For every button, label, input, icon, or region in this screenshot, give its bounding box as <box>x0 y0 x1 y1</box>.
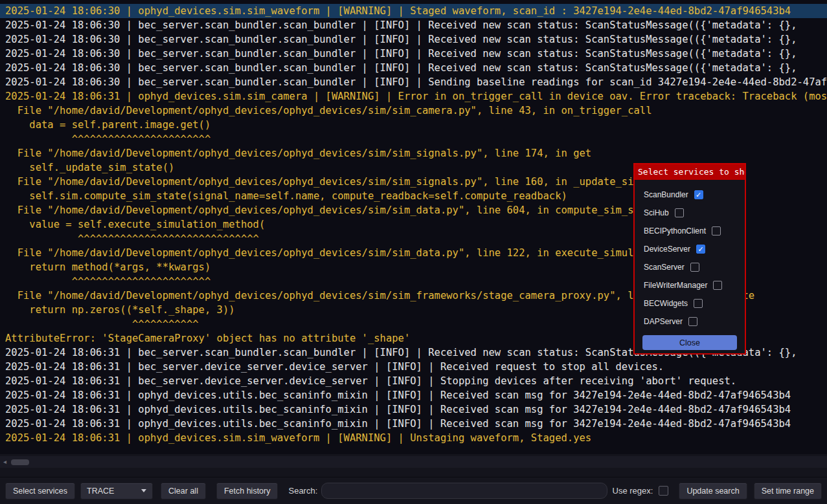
log-line[interactable]: data = self.parent.image.get() <box>0 118 827 132</box>
log-line[interactable]: File "/home/david/Development/ophyd_devi… <box>0 146 827 160</box>
log-line[interactable]: 2025-01-24 18:06:30 | bec_server.scan_bu… <box>0 75 827 89</box>
select-services-dialog: Select services to show ScanBundler✓SciH… <box>633 163 746 355</box>
service-label: ScanServer <box>644 263 685 272</box>
service-checkbox[interactable] <box>712 226 721 236</box>
service-row: FileWriterManager <box>644 276 745 294</box>
chevron-down-icon <box>141 489 146 492</box>
search-input[interactable] <box>321 483 607 499</box>
service-label: DeviceServer <box>644 245 690 254</box>
set-time-range-button[interactable]: Set time range <box>754 483 822 499</box>
service-label: BECWidgets <box>644 299 688 308</box>
service-row: BECIPythonClient <box>644 222 745 240</box>
use-regex-checkbox[interactable] <box>659 486 668 496</box>
log-line[interactable]: 2025-01-24 18:06:31 | ophyd_devices.util… <box>0 402 827 417</box>
log-line[interactable]: 2025-01-24 18:06:30 | ophyd_devices.sim.… <box>0 4 827 18</box>
service-row: DAPServer <box>644 312 745 331</box>
service-row: ScanServer <box>644 258 745 276</box>
log-line[interactable]: 2025-01-24 18:06:31 | ophyd_devices.sim.… <box>0 431 827 445</box>
update-search-button[interactable]: Update search <box>679 483 747 499</box>
bottom-toolbar: Select services TRACE Clear all Fetch hi… <box>0 477 827 504</box>
log-line[interactable]: 2025-01-24 18:06:31 | ophyd_devices.util… <box>0 388 827 402</box>
log-line[interactable]: 2025-01-24 18:06:31 | bec_server.device_… <box>0 360 827 374</box>
service-label: ScanBundler <box>644 190 688 199</box>
use-regex-label: Use regex: <box>613 486 653 496</box>
service-checkbox[interactable] <box>690 263 699 272</box>
scroll-left-arrow-icon[interactable]: ◂ <box>3 456 6 468</box>
dialog-title: Select services to show <box>635 164 745 180</box>
service-checkbox[interactable] <box>675 208 684 217</box>
log-line[interactable]: 2025-01-24 18:06:31 | bec_server.device_… <box>0 374 827 388</box>
horizontal-scrollbar[interactable]: ◂ <box>0 456 827 468</box>
service-label: DAPServer <box>644 317 683 326</box>
log-line[interactable]: 2025-01-24 18:06:30 | bec_server.scan_bu… <box>0 18 827 32</box>
log-line[interactable]: 2025-01-24 18:06:31 | ophyd_devices.util… <box>0 417 827 431</box>
service-checkbox[interactable] <box>688 317 697 326</box>
search-label: Search: <box>288 486 317 496</box>
scrollbar-thumb[interactable] <box>11 459 29 465</box>
service-label: FileWriterManager <box>644 281 707 290</box>
service-row: SciHub <box>644 204 745 222</box>
service-row: BECWidgets <box>644 294 745 312</box>
service-list: ScanBundler✓SciHubBECIPythonClientDevice… <box>635 180 745 331</box>
service-checkbox[interactable] <box>694 299 703 308</box>
select-services-button[interactable]: Select services <box>5 483 75 499</box>
service-label: BECIPythonClient <box>644 226 706 236</box>
log-line[interactable]: File "/home/david/Development/ophyd_devi… <box>0 104 827 118</box>
service-checkbox[interactable] <box>713 281 722 290</box>
service-checkbox[interactable]: ✓ <box>694 190 703 199</box>
service-label: SciHub <box>644 208 669 217</box>
log-line[interactable]: 2025-01-24 18:06:30 | bec_server.scan_bu… <box>0 61 827 75</box>
service-checkbox[interactable]: ✓ <box>696 245 705 254</box>
log-level-dropdown[interactable]: TRACE <box>80 483 153 499</box>
log-line[interactable]: 2025-01-24 18:06:30 | bec_server.scan_bu… <box>0 47 827 61</box>
service-row: ScanBundler✓ <box>644 186 745 204</box>
log-line[interactable]: ^^^^^^^^^^^^^^^^^^^^^^^ <box>0 132 827 146</box>
clear-all-button[interactable]: Clear all <box>161 483 206 499</box>
log-line[interactable]: 2025-01-24 18:06:30 | bec_server.scan_bu… <box>0 32 827 47</box>
log-level-value: TRACE <box>87 487 114 496</box>
log-line[interactable]: 2025-01-24 18:06:31 | ophyd_devices.sim.… <box>0 89 827 104</box>
close-button[interactable]: Close <box>642 335 737 350</box>
fetch-history-button[interactable]: Fetch history <box>216 483 278 499</box>
service-row: DeviceServer✓ <box>644 240 745 258</box>
